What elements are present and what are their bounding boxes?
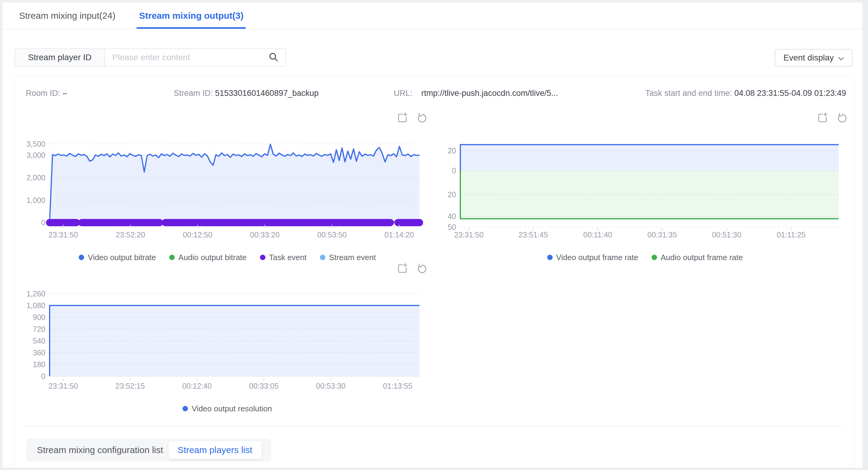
legend-item[interactable]: Audio output frame rate: [652, 253, 743, 262]
export-icon[interactable]: [816, 111, 828, 124]
frame-rate-chart[interactable]: 20020405023:31:5023:51:4500:11:4000:31:3…: [442, 133, 848, 242]
y-axis-label: 0: [41, 219, 45, 227]
room-id: Room ID: –: [26, 89, 67, 98]
x-axis-label: 00:31:35: [647, 231, 677, 239]
y-axis-label: 3,000: [26, 151, 45, 159]
legend-dot-icon: [320, 255, 326, 260]
legend-label: Video output frame rate: [556, 253, 638, 262]
legend-item[interactable]: Video output frame rate: [547, 253, 638, 262]
x-axis-label: 00:11:40: [583, 231, 612, 239]
search-field-selector[interactable]: Stream player ID: [15, 49, 105, 66]
x-axis-label: 00:53:30: [316, 382, 345, 390]
legend-dot-icon: [547, 255, 553, 260]
search-input[interactable]: [105, 49, 262, 66]
y-axis-label: 1,260: [26, 290, 45, 298]
legend-dot-icon: [183, 406, 188, 411]
x-axis-label: 23:52:20: [116, 231, 145, 239]
x-axis-label: 23:31:50: [49, 231, 78, 239]
search-group: Stream player ID: [14, 48, 286, 67]
bitrate-chart-legend: Video output bitrateAudio output bitrate…: [19, 251, 436, 263]
search-button[interactable]: [262, 49, 285, 66]
tab-stream-players-list[interactable]: Stream players list: [168, 441, 261, 459]
legend-item[interactable]: Stream event: [320, 253, 376, 262]
stream-info-row: Room ID: – Stream ID: 5153301601460897_b…: [14, 89, 854, 99]
room-id-label: Room ID:: [26, 89, 60, 98]
y-axis-label: 50: [447, 223, 456, 231]
stream-id: Stream ID: 5153301601460897_backup: [174, 89, 319, 98]
event-display-label: Event display: [783, 53, 834, 63]
reset-icon[interactable]: [836, 111, 848, 124]
y-axis-label: 900: [33, 313, 45, 322]
task-time-label: Task start and end time:: [645, 89, 732, 98]
reset-icon[interactable]: [416, 111, 428, 124]
legend-label: Audio output frame rate: [661, 253, 743, 262]
tab-stream-mixing-configuration-list[interactable]: Stream mixing configuration list: [37, 445, 163, 455]
tab-stream-mixing-input[interactable]: Stream mixing input(24): [19, 2, 115, 29]
legend-dot-icon: [652, 255, 657, 260]
legend-item[interactable]: Video output bitrate: [79, 253, 156, 262]
legend-dot-icon: [169, 255, 175, 260]
url-value: rtmp://tlive-push.jacocdn.com/tlive/5...: [421, 89, 558, 98]
x-axis-label: 23:31:50: [454, 231, 483, 239]
chart3-toolbar: [396, 262, 428, 274]
search-icon: [269, 52, 279, 63]
tab-bar: Stream mixing input(24) Stream mixing ou…: [2, 2, 863, 29]
frame-rate-chart-legend: Video output frame rateAudio output fram…: [442, 251, 848, 263]
legend-label: Video output resolution: [192, 404, 272, 413]
y-axis-label: 0: [452, 166, 456, 175]
event-display-dropdown[interactable]: Event display: [775, 49, 852, 67]
x-axis-label: 01:13:55: [383, 382, 412, 390]
export-icon[interactable]: [396, 111, 408, 124]
tab-stream-mixing-output[interactable]: Stream mixing output(3): [139, 2, 243, 29]
legend-item[interactable]: Video output resolution: [183, 404, 272, 413]
url-label: URL:: [394, 89, 412, 98]
legend-label: Stream event: [329, 253, 376, 262]
room-id-value: –: [63, 89, 67, 98]
x-axis-label: 00:12:40: [182, 382, 212, 390]
resolution-chart-legend: Video output resolution: [19, 403, 436, 415]
y-axis-label: 3,500: [26, 140, 45, 148]
y-axis-label: 2,000: [26, 173, 45, 182]
main-panel: Stream mixing input(24) Stream mixing ou…: [2, 2, 863, 468]
x-axis-label: 23:52:15: [115, 382, 145, 390]
task-time: Task start and end time: 04.08 23:31:55-…: [645, 89, 846, 98]
legend-label: Task event: [269, 253, 307, 262]
stream-url: URL: rtmp://tlive-push.jacocdn.com/tlive…: [394, 89, 558, 98]
x-axis-label: 01:14:20: [384, 231, 414, 239]
y-axis-label: 720: [33, 325, 45, 333]
legend-item[interactable]: Task event: [260, 253, 307, 262]
chart1-toolbar: [396, 111, 428, 124]
y-axis-label: 20: [447, 190, 456, 199]
y-axis-label: 180: [33, 360, 45, 369]
x-axis-label: 00:51:30: [712, 231, 741, 239]
x-axis-label: 23:31:50: [49, 382, 78, 390]
export-icon[interactable]: [396, 262, 408, 274]
reset-icon[interactable]: [416, 262, 428, 274]
y-axis-label: 540: [33, 337, 45, 345]
footer-list-switcher: Stream mixing configuration list Stream …: [26, 439, 271, 462]
legend-dot-icon: [260, 255, 266, 260]
y-axis-label: 20: [447, 146, 456, 155]
x-axis-label: 00:33:05: [249, 382, 278, 390]
stream-id-label: Stream ID:: [174, 89, 213, 98]
x-axis-label: 00:53:50: [317, 231, 346, 239]
y-axis-label: 1,080: [26, 301, 45, 310]
y-axis-label: 1,000: [26, 196, 45, 204]
legend-item[interactable]: Audio output bitrate: [169, 253, 247, 262]
stream-id-value: 5153301601460897_backup: [215, 89, 319, 98]
x-axis-label: 00:33:20: [250, 231, 279, 239]
y-axis-label: 40: [447, 212, 456, 221]
y-axis-label: 360: [33, 348, 45, 357]
x-axis-label: 23:51:45: [519, 231, 548, 239]
y-axis-label: 0: [41, 372, 45, 380]
filter-row: Stream player ID: [14, 48, 286, 67]
legend-label: Video output bitrate: [88, 253, 156, 262]
legend-dot-icon: [79, 255, 84, 260]
chevron-down-icon: [838, 53, 844, 63]
x-axis-label: 01:11:25: [777, 231, 805, 239]
task-time-value: 04.08 23:31:55-04.09 01:23:49: [734, 89, 846, 98]
resolution-chart[interactable]: 01803605407209001,0801,26023:31:5023:52:…: [19, 284, 436, 394]
stream-card: Room ID: – Stream ID: 5153301601460897_b…: [14, 76, 854, 468]
x-axis-label: 00:12:50: [183, 231, 212, 239]
bitrate-chart[interactable]: 01,0002,0003,0003,50023:31:5023:52:2000:…: [19, 133, 436, 242]
